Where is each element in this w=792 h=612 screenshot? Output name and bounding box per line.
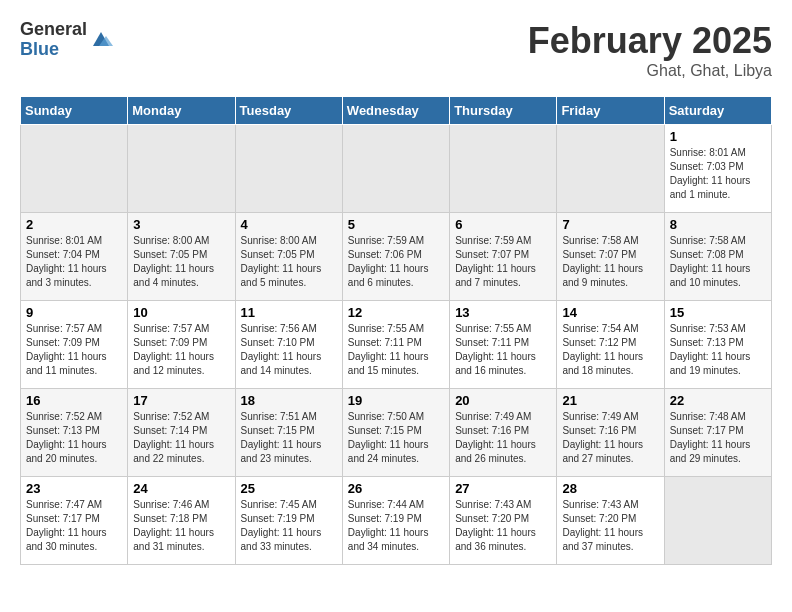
day-info: Sunrise: 7:57 AM Sunset: 7:09 PM Dayligh… [133, 322, 229, 378]
day-number: 9 [26, 305, 122, 320]
day-info: Sunrise: 7:46 AM Sunset: 7:18 PM Dayligh… [133, 498, 229, 554]
day-info: Sunrise: 7:55 AM Sunset: 7:11 PM Dayligh… [348, 322, 444, 378]
day-number: 16 [26, 393, 122, 408]
day-info: Sunrise: 7:45 AM Sunset: 7:19 PM Dayligh… [241, 498, 337, 554]
day-number: 22 [670, 393, 766, 408]
day-number: 4 [241, 217, 337, 232]
day-info: Sunrise: 7:43 AM Sunset: 7:20 PM Dayligh… [562, 498, 658, 554]
day-cell: 23Sunrise: 7:47 AM Sunset: 7:17 PM Dayli… [21, 477, 128, 565]
day-cell: 15Sunrise: 7:53 AM Sunset: 7:13 PM Dayli… [664, 301, 771, 389]
day-info: Sunrise: 8:01 AM Sunset: 7:04 PM Dayligh… [26, 234, 122, 290]
day-number: 3 [133, 217, 229, 232]
week-row-4: 23Sunrise: 7:47 AM Sunset: 7:17 PM Dayli… [21, 477, 772, 565]
day-number: 19 [348, 393, 444, 408]
day-cell: 26Sunrise: 7:44 AM Sunset: 7:19 PM Dayli… [342, 477, 449, 565]
day-info: Sunrise: 7:58 AM Sunset: 7:07 PM Dayligh… [562, 234, 658, 290]
day-header-friday: Friday [557, 97, 664, 125]
day-info: Sunrise: 7:59 AM Sunset: 7:07 PM Dayligh… [455, 234, 551, 290]
day-cell: 24Sunrise: 7:46 AM Sunset: 7:18 PM Dayli… [128, 477, 235, 565]
day-cell: 11Sunrise: 7:56 AM Sunset: 7:10 PM Dayli… [235, 301, 342, 389]
day-cell [450, 125, 557, 213]
day-info: Sunrise: 7:53 AM Sunset: 7:13 PM Dayligh… [670, 322, 766, 378]
day-cell: 17Sunrise: 7:52 AM Sunset: 7:14 PM Dayli… [128, 389, 235, 477]
day-cell: 13Sunrise: 7:55 AM Sunset: 7:11 PM Dayli… [450, 301, 557, 389]
logo-blue-text: Blue [20, 40, 87, 60]
day-header-thursday: Thursday [450, 97, 557, 125]
day-header-monday: Monday [128, 97, 235, 125]
day-cell: 12Sunrise: 7:55 AM Sunset: 7:11 PM Dayli… [342, 301, 449, 389]
day-cell: 3Sunrise: 8:00 AM Sunset: 7:05 PM Daylig… [128, 213, 235, 301]
day-number: 7 [562, 217, 658, 232]
day-cell [557, 125, 664, 213]
calendar-title: February 2025 [528, 20, 772, 62]
day-number: 24 [133, 481, 229, 496]
day-cell: 4Sunrise: 8:00 AM Sunset: 7:05 PM Daylig… [235, 213, 342, 301]
day-number: 15 [670, 305, 766, 320]
day-info: Sunrise: 8:00 AM Sunset: 7:05 PM Dayligh… [241, 234, 337, 290]
day-number: 12 [348, 305, 444, 320]
week-row-2: 9Sunrise: 7:57 AM Sunset: 7:09 PM Daylig… [21, 301, 772, 389]
day-number: 21 [562, 393, 658, 408]
week-row-3: 16Sunrise: 7:52 AM Sunset: 7:13 PM Dayli… [21, 389, 772, 477]
calendar-table: SundayMondayTuesdayWednesdayThursdayFrid… [20, 96, 772, 565]
day-number: 27 [455, 481, 551, 496]
day-cell: 14Sunrise: 7:54 AM Sunset: 7:12 PM Dayli… [557, 301, 664, 389]
day-info: Sunrise: 7:43 AM Sunset: 7:20 PM Dayligh… [455, 498, 551, 554]
day-number: 25 [241, 481, 337, 496]
day-cell: 1Sunrise: 8:01 AM Sunset: 7:03 PM Daylig… [664, 125, 771, 213]
week-row-0: 1Sunrise: 8:01 AM Sunset: 7:03 PM Daylig… [21, 125, 772, 213]
day-cell [664, 477, 771, 565]
day-cell [21, 125, 128, 213]
day-header-saturday: Saturday [664, 97, 771, 125]
day-cell: 10Sunrise: 7:57 AM Sunset: 7:09 PM Dayli… [128, 301, 235, 389]
week-row-1: 2Sunrise: 8:01 AM Sunset: 7:04 PM Daylig… [21, 213, 772, 301]
day-cell: 6Sunrise: 7:59 AM Sunset: 7:07 PM Daylig… [450, 213, 557, 301]
day-number: 23 [26, 481, 122, 496]
logo-general-text: General [20, 20, 87, 40]
title-block: February 2025 Ghat, Ghat, Libya [528, 20, 772, 80]
day-cell: 18Sunrise: 7:51 AM Sunset: 7:15 PM Dayli… [235, 389, 342, 477]
day-header-tuesday: Tuesday [235, 97, 342, 125]
day-number: 13 [455, 305, 551, 320]
day-info: Sunrise: 7:50 AM Sunset: 7:15 PM Dayligh… [348, 410, 444, 466]
day-number: 14 [562, 305, 658, 320]
day-info: Sunrise: 7:52 AM Sunset: 7:13 PM Dayligh… [26, 410, 122, 466]
day-number: 20 [455, 393, 551, 408]
day-header-row: SundayMondayTuesdayWednesdayThursdayFrid… [21, 97, 772, 125]
day-number: 18 [241, 393, 337, 408]
day-info: Sunrise: 8:00 AM Sunset: 7:05 PM Dayligh… [133, 234, 229, 290]
day-info: Sunrise: 8:01 AM Sunset: 7:03 PM Dayligh… [670, 146, 766, 202]
day-number: 10 [133, 305, 229, 320]
day-info: Sunrise: 7:47 AM Sunset: 7:17 PM Dayligh… [26, 498, 122, 554]
calendar-subtitle: Ghat, Ghat, Libya [528, 62, 772, 80]
page-header: General Blue February 2025 Ghat, Ghat, L… [20, 20, 772, 80]
day-cell [128, 125, 235, 213]
day-number: 1 [670, 129, 766, 144]
day-info: Sunrise: 7:55 AM Sunset: 7:11 PM Dayligh… [455, 322, 551, 378]
day-cell: 22Sunrise: 7:48 AM Sunset: 7:17 PM Dayli… [664, 389, 771, 477]
day-cell: 8Sunrise: 7:58 AM Sunset: 7:08 PM Daylig… [664, 213, 771, 301]
day-cell: 5Sunrise: 7:59 AM Sunset: 7:06 PM Daylig… [342, 213, 449, 301]
day-cell: 21Sunrise: 7:49 AM Sunset: 7:16 PM Dayli… [557, 389, 664, 477]
day-number: 8 [670, 217, 766, 232]
day-cell: 20Sunrise: 7:49 AM Sunset: 7:16 PM Dayli… [450, 389, 557, 477]
day-info: Sunrise: 7:59 AM Sunset: 7:06 PM Dayligh… [348, 234, 444, 290]
day-info: Sunrise: 7:48 AM Sunset: 7:17 PM Dayligh… [670, 410, 766, 466]
day-info: Sunrise: 7:44 AM Sunset: 7:19 PM Dayligh… [348, 498, 444, 554]
day-info: Sunrise: 7:52 AM Sunset: 7:14 PM Dayligh… [133, 410, 229, 466]
day-cell: 28Sunrise: 7:43 AM Sunset: 7:20 PM Dayli… [557, 477, 664, 565]
day-number: 5 [348, 217, 444, 232]
day-cell: 7Sunrise: 7:58 AM Sunset: 7:07 PM Daylig… [557, 213, 664, 301]
day-cell: 16Sunrise: 7:52 AM Sunset: 7:13 PM Dayli… [21, 389, 128, 477]
day-cell: 25Sunrise: 7:45 AM Sunset: 7:19 PM Dayli… [235, 477, 342, 565]
logo: General Blue [20, 20, 113, 60]
day-cell: 9Sunrise: 7:57 AM Sunset: 7:09 PM Daylig… [21, 301, 128, 389]
day-number: 11 [241, 305, 337, 320]
day-number: 2 [26, 217, 122, 232]
logo-icon [89, 28, 113, 52]
day-cell: 27Sunrise: 7:43 AM Sunset: 7:20 PM Dayli… [450, 477, 557, 565]
day-info: Sunrise: 7:49 AM Sunset: 7:16 PM Dayligh… [455, 410, 551, 466]
day-header-sunday: Sunday [21, 97, 128, 125]
day-cell [235, 125, 342, 213]
day-number: 17 [133, 393, 229, 408]
